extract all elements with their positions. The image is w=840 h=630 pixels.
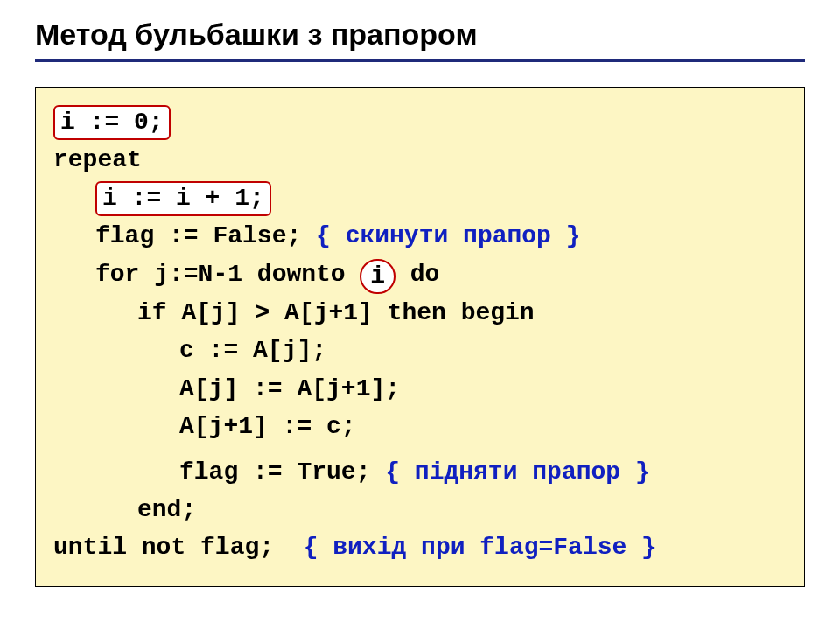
code-line: i := 0; bbox=[53, 103, 787, 141]
code-line: until not flag; { вихід при flag=False } bbox=[53, 528, 787, 566]
highlight-init: i := 0; bbox=[53, 105, 171, 140]
code-text: for j:=N-1 downto bbox=[95, 261, 360, 288]
highlight-increment: i := i + 1; bbox=[95, 181, 271, 216]
code-text: flag := False; bbox=[95, 222, 316, 249]
code-text: until not flag; bbox=[53, 534, 304, 561]
code-line: с := A[j]; bbox=[53, 332, 787, 369]
title-underline bbox=[35, 59, 805, 62]
code-text: flag := True; bbox=[179, 458, 385, 486]
code-line: if A[j] > A[j+1] then begin bbox=[53, 294, 787, 332]
highlight-i-circle: i bbox=[360, 259, 395, 294]
code-line: flag := False; { скинути прапор } bbox=[53, 217, 787, 255]
code-comment: { вихід при flag=False } bbox=[304, 534, 656, 561]
code-block: i := 0; repeat i := i + 1; flag := False… bbox=[35, 87, 805, 587]
slide: Метод бульбашки з прапором i := 0; repea… bbox=[0, 0, 840, 587]
spacer bbox=[53, 446, 787, 453]
code-comment: { скинути прапор } bbox=[316, 222, 580, 249]
code-line: A[j] := A[j+1]; bbox=[53, 370, 787, 408]
code-line: repeat bbox=[53, 141, 787, 178]
code-text: do bbox=[396, 261, 439, 288]
code-line: i := i + 1; bbox=[53, 179, 787, 217]
page-title: Метод бульбашки з прапором bbox=[35, 18, 805, 52]
code-line: flag := True; { підняти прапор } bbox=[53, 453, 787, 491]
code-line: for j:=N-1 downto i do bbox=[53, 256, 787, 294]
code-line: A[j+1] := с; bbox=[53, 408, 787, 445]
code-line: end; bbox=[53, 491, 787, 528]
code-comment: { підняти прапор } bbox=[385, 458, 649, 486]
